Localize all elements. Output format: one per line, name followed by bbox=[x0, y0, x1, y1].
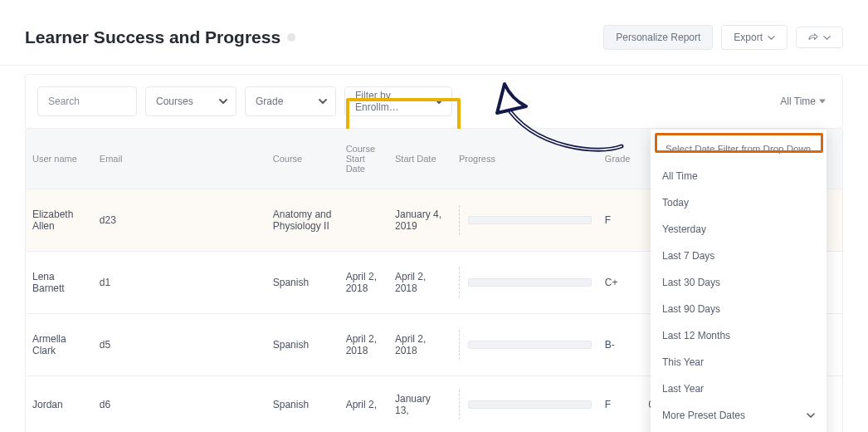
personalize-label: Personalize Report bbox=[616, 32, 700, 43]
cell-progress bbox=[452, 252, 598, 314]
divider-icon bbox=[459, 330, 460, 360]
cell-user: Jordan bbox=[26, 376, 93, 433]
top-actions: Personalize Report Export bbox=[603, 25, 843, 50]
dd-item-last-12-months[interactable]: Last 12 Months bbox=[651, 322, 827, 349]
cell-progress bbox=[452, 314, 598, 376]
cell-start: April 2, 2018 bbox=[388, 252, 452, 314]
share-arrow-icon bbox=[808, 33, 818, 42]
cell-course-start: April 2, 2018 bbox=[339, 252, 388, 314]
filter-by-enrollment-dropdown[interactable]: Filter by Enrollm… bbox=[344, 86, 452, 116]
cell-course-start: April 2, bbox=[339, 376, 388, 433]
chevron-down-icon bbox=[319, 97, 327, 106]
cell-grade: B- bbox=[598, 314, 642, 376]
dd-item-custom[interactable]: Custom bbox=[651, 429, 827, 432]
filterbar: Courses Grade Filter by Enrollm… All Tim… bbox=[25, 74, 843, 129]
chevron-down-icon bbox=[435, 97, 443, 106]
chevron-down-icon bbox=[219, 97, 227, 106]
dd-item-more-preset-dates[interactable]: More Preset Dates bbox=[651, 402, 827, 429]
filter-by-enrollment-label: Filter by Enrollm… bbox=[355, 90, 435, 113]
cell-user: Elizabeth Allen bbox=[26, 189, 93, 252]
cell-grade: F bbox=[598, 189, 642, 252]
dd-item-today[interactable]: Today bbox=[651, 189, 827, 216]
date-filter-note: Select Date Filter from Drop Down bbox=[657, 138, 820, 160]
dd-item-yesterday[interactable]: Yesterday bbox=[651, 216, 827, 243]
progress-bar bbox=[468, 278, 592, 287]
dd-item-last-30-days[interactable]: Last 30 Days bbox=[651, 269, 827, 296]
share-button[interactable] bbox=[796, 27, 843, 48]
cell-email: d23 bbox=[93, 189, 266, 252]
th-course[interactable]: Course bbox=[266, 129, 339, 189]
cell-user: Lena Barnett bbox=[26, 252, 93, 314]
cell-start: January 4, 2019 bbox=[388, 189, 452, 252]
export-label: Export bbox=[734, 32, 763, 43]
personalize-report-button[interactable]: Personalize Report bbox=[603, 25, 713, 50]
th-user[interactable]: User name bbox=[26, 129, 93, 189]
dd-item-last-7-days[interactable]: Last 7 Days bbox=[651, 243, 827, 269]
chevron-down-icon bbox=[768, 34, 775, 42]
cell-course-start: April 2, 2018 bbox=[339, 314, 388, 376]
cell-course: Spanish bbox=[266, 376, 339, 433]
grade-label: Grade bbox=[256, 96, 283, 107]
cell-course: Spanish bbox=[266, 314, 339, 376]
divider-icon bbox=[459, 268, 460, 297]
cell-course: Spanish bbox=[266, 252, 339, 314]
progress-bar bbox=[468, 216, 592, 224]
cell-progress bbox=[452, 189, 598, 252]
cell-email: d1 bbox=[93, 252, 266, 314]
all-time-dropdown[interactable]: All Time bbox=[780, 96, 831, 107]
cell-user: Armella Clark bbox=[26, 314, 93, 376]
th-progress[interactable]: Progress bbox=[452, 129, 598, 189]
info-dot-icon bbox=[287, 33, 295, 42]
cell-progress bbox=[452, 376, 598, 433]
th-grade[interactable]: Grade bbox=[598, 129, 642, 189]
cell-email: d5 bbox=[93, 314, 266, 376]
courses-label: Courses bbox=[156, 96, 193, 107]
th-email[interactable]: Email bbox=[93, 129, 266, 189]
cell-start: April 2, 2018 bbox=[388, 314, 452, 376]
cell-email: d6 bbox=[93, 376, 266, 433]
search-input[interactable] bbox=[48, 96, 126, 107]
progress-bar bbox=[468, 341, 592, 349]
th-course-start[interactable]: Course Start Date bbox=[339, 129, 388, 189]
dd-item-all-time[interactable]: All Time bbox=[651, 163, 827, 189]
export-button[interactable]: Export bbox=[721, 25, 788, 50]
search-input-wrap bbox=[37, 86, 137, 116]
dd-item-last-90-days[interactable]: Last 90 Days bbox=[651, 296, 827, 322]
chevron-down-icon bbox=[807, 411, 815, 420]
page-title: Learner Success and Progress bbox=[25, 27, 280, 47]
dd-more-label: More Preset Dates bbox=[662, 410, 745, 421]
dd-item-last-year[interactable]: Last Year bbox=[651, 376, 827, 402]
cell-course: Anatomy and Physiology II bbox=[266, 189, 339, 252]
titlebar: Learner Success and Progress Personalize… bbox=[0, 0, 868, 66]
divider-icon bbox=[459, 390, 460, 420]
all-time-label: All Time bbox=[780, 96, 816, 107]
courses-dropdown[interactable]: Courses bbox=[145, 86, 237, 116]
divider-icon bbox=[459, 205, 460, 235]
cell-grade: F bbox=[598, 376, 642, 433]
cell-start: January 13, bbox=[388, 376, 452, 433]
cell-course-start bbox=[339, 189, 388, 252]
cell-grade: C+ bbox=[598, 252, 642, 314]
progress-bar bbox=[468, 400, 592, 409]
caret-down-icon bbox=[819, 98, 826, 105]
grade-dropdown[interactable]: Grade bbox=[245, 86, 336, 116]
date-filter-dropdown: Select Date Filter from Drop Down All Ti… bbox=[651, 130, 827, 432]
chevron-down-icon bbox=[823, 34, 831, 42]
dd-item-this-year[interactable]: This Year bbox=[651, 349, 827, 376]
th-start[interactable]: Start Date bbox=[388, 129, 452, 189]
